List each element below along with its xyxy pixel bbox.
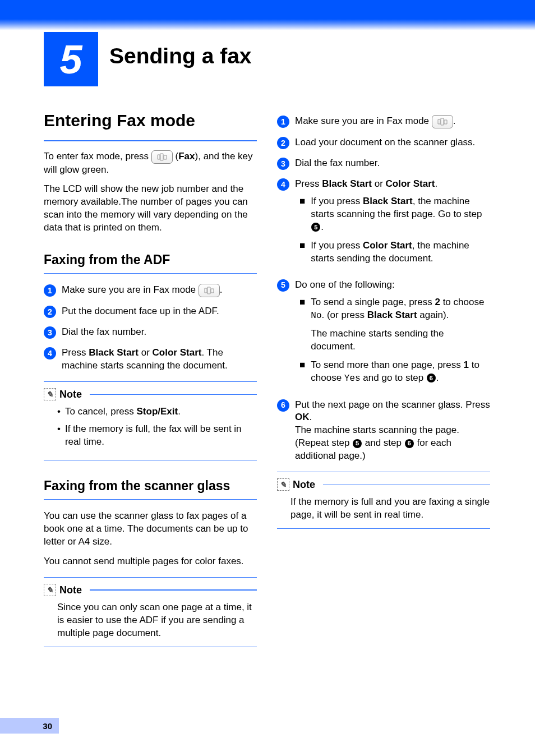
inline-step-ref: 5 [311, 223, 320, 232]
scan-step-6: 6 Put the next page on the scanner glass… [277, 399, 490, 463]
chapter-number-box: 5 [44, 32, 98, 86]
step-number: 1 [44, 284, 56, 297]
note-box-adf: ✎ Note • To cancel, press Stop/Exit. • I… [44, 381, 257, 460]
page-number: 30 [43, 721, 52, 731]
intro-p2: The LCD will show the new job number and… [44, 183, 257, 234]
subsection-adf: Faxing from the ADF [44, 251, 257, 274]
adf-step-4: 4 Press Black Start or Color Start. The … [44, 347, 257, 372]
step-number: 3 [277, 158, 289, 170]
step-number: 3 [44, 326, 56, 339]
note-label: Note [59, 583, 82, 597]
subsection-scanner: Faxing from the scanner glass [44, 477, 257, 500]
sub-bullet: ■ If you press Color Start, the machine … [299, 239, 490, 265]
fax-key-icon [432, 115, 453, 128]
note-label: Note [293, 478, 315, 491]
note-body: Since you can only scan one page at a ti… [44, 601, 257, 640]
sub-bullet: ■ To send more than one page, press 1 to… [299, 359, 490, 385]
scan-step-4: 4 Press Black Start or Color Start. ■ If… [277, 178, 490, 271]
note-bullet: • To cancel, press Stop/Exit. [57, 405, 257, 418]
note-icon: ✎ [44, 388, 56, 400]
note-box-right: ✎ Note If the memory is full and you are… [277, 472, 490, 529]
inline-step-ref: 5 [353, 439, 362, 448]
scan-step-3: 3 Dial the fax number. [277, 157, 490, 170]
scan-step-2: 2 Load your document on the scanner glas… [277, 136, 490, 149]
fax-key-icon [199, 284, 220, 297]
step-number: 5 [277, 279, 289, 292]
step-number: 4 [277, 178, 289, 191]
inline-step-ref: 6 [405, 439, 414, 448]
fax-key-icon [151, 150, 173, 164]
note-body: If the memory is full and you are faxing… [277, 496, 490, 522]
left-column: Entering Fax mode To enter fax mode, pre… [44, 109, 257, 656]
sub-bullet: ■ If you press Black Start, the machine … [299, 195, 490, 234]
adf-step-1: 1 Make sure you are in Fax mode . [44, 284, 257, 297]
scanner-p2: You cannot send multiple pages for color… [44, 555, 257, 568]
header-blue-fade [0, 19, 535, 30]
step-number: 2 [277, 137, 289, 149]
intro-p1: To enter fax mode, press (Fax), and the … [44, 150, 257, 177]
adf-step-3: 3 Dial the fax number. [44, 326, 257, 339]
note-icon: ✎ [44, 584, 56, 596]
step-number: 1 [277, 116, 289, 128]
right-column: 1 Make sure you are in Fax mode . 2 Load… [277, 109, 490, 656]
note-bullet: • If the memory is full, the fax will be… [57, 423, 257, 449]
step-number: 4 [44, 347, 56, 359]
note-icon: ✎ [277, 478, 289, 491]
step-number: 6 [277, 399, 289, 412]
chapter-number: 5 [59, 36, 82, 82]
inline-step-ref: 6 [427, 374, 436, 382]
section-heading: Entering Fax mode [44, 109, 257, 141]
scan-step-5: 5 Do one of the following: ■ To send a s… [277, 279, 490, 391]
note-label: Note [59, 388, 82, 401]
step-number: 2 [44, 306, 56, 318]
page-number-bar: 30 [0, 718, 59, 734]
chapter-title: Sending a fax [109, 44, 252, 68]
adf-step-2: 2 Put the document face up in the ADF. [44, 305, 257, 318]
scan-step-1: 1 Make sure you are in Fax mode . [277, 115, 490, 128]
sub-bullet: ■ To send a single page, press 2 to choo… [299, 296, 490, 353]
note-box-scanner: ✎ Note Since you can only scan one page … [44, 577, 257, 647]
scanner-p1: You can use the scanner glass to fax pag… [44, 510, 257, 548]
header-blue-bar [0, 0, 535, 19]
